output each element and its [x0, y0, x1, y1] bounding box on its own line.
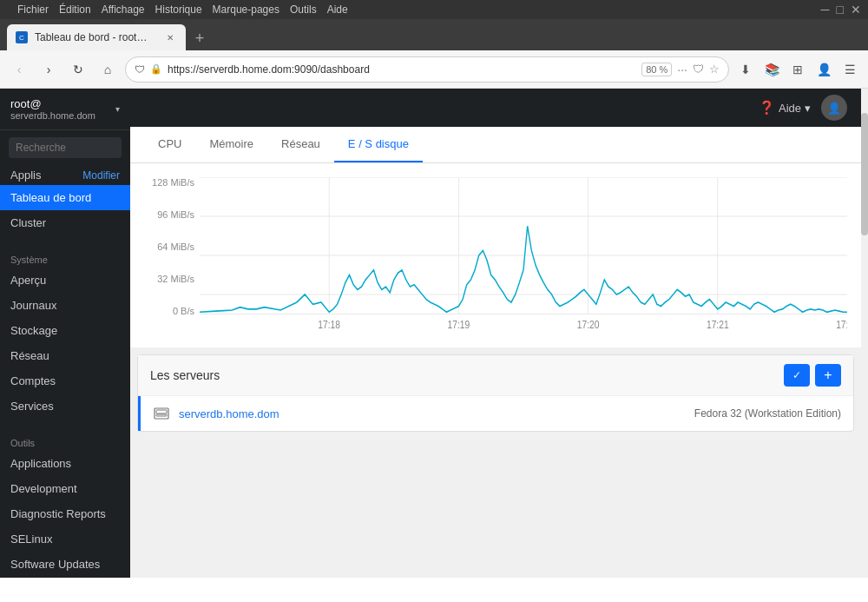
menu-bar: Fichier Édition Affichage Historique Mar…	[0, 0, 868, 19]
menu-historique[interactable]: Historique	[155, 3, 202, 16]
chart-svg: 17:18 17:19 17:20 17:21 17:22	[200, 177, 847, 334]
sidebar-item-label: Diagnostic Reports	[10, 507, 106, 520]
menu-edition[interactable]: Édition	[59, 3, 91, 16]
library-button[interactable]: 📚	[760, 58, 783, 81]
x-label-1720: 17:20	[577, 319, 600, 330]
sidebar-dropdown-icon[interactable]: ▾	[115, 104, 120, 114]
x-label-1721: 17:21	[707, 319, 729, 330]
search-input[interactable]	[9, 137, 122, 158]
scrollbar-thumb[interactable]	[861, 113, 868, 235]
sidebar-item-applications[interactable]: Applications	[0, 451, 130, 476]
help-button[interactable]: ❓ Aide ▾	[759, 100, 811, 116]
menu-aide[interactable]: Aide	[327, 3, 348, 16]
sidebar-item-comptes[interactable]: Comptes	[0, 368, 130, 394]
bookmark-icon[interactable]: ☆	[709, 63, 720, 76]
sidebar-item-diagnostic-reports[interactable]: Diagnostic Reports	[0, 501, 130, 526]
profile-button[interactable]: 👤	[812, 58, 835, 81]
y-label-0: 0 B/s	[144, 306, 198, 316]
tab-memoire[interactable]: Mémoire	[195, 127, 267, 162]
avatar-icon: 👤	[827, 102, 841, 115]
help-label: Aide	[779, 102, 801, 115]
browser-tab-active[interactable]: C Tableau de bord - root@server... ✕	[7, 24, 186, 50]
sidebar-item-label: Applications	[10, 457, 71, 470]
chart-container: 128 MiB/s 96 MiB/s 64 MiB/s 32 MiB/s 0 B…	[130, 163, 861, 347]
servers-section: Les serveurs ✓ +	[137, 354, 854, 432]
download-button[interactable]: ⬇	[734, 58, 757, 81]
minimize-button[interactable]: ─	[821, 3, 830, 17]
lock-icon: 🔒	[150, 63, 162, 75]
forward-icon: ›	[47, 63, 51, 76]
close-button[interactable]: ✕	[851, 3, 861, 17]
server-os: Fedora 32 (Workstation Edition)	[694, 407, 841, 420]
tab-reseau[interactable]: Réseau	[267, 127, 334, 162]
x-label-1718: 17:18	[318, 319, 340, 330]
tab-es-disque[interactable]: E / S disque	[334, 127, 423, 162]
menu-fichier[interactable]: Fichier	[17, 3, 49, 16]
sidebar-group-systeme: Système	[0, 249, 130, 268]
home-button[interactable]: ⌂	[95, 57, 120, 82]
sidebar-item-selinux[interactable]: SELinux	[0, 526, 130, 552]
sidebar-item-label: Development	[10, 482, 77, 495]
forward-button[interactable]: ›	[36, 57, 61, 82]
address-text: https://serverdb.home.dom:9090/dashboard	[168, 63, 636, 76]
new-tab-button[interactable]: +	[187, 26, 212, 50]
sidebar: root@ serverdb.home.dom ▾ Applis Modifie…	[0, 89, 130, 578]
menu-hamburger-button[interactable]: ☰	[838, 58, 861, 81]
sidebar-item-stockage[interactable]: Stockage	[0, 318, 130, 343]
back-button[interactable]: ‹	[7, 57, 31, 82]
content-area: ❓ Aide ▾ 👤 CPU Mémoire Réseau E / S disq…	[130, 89, 861, 578]
sidebar-item-label: Comptes	[10, 374, 56, 387]
address-bar[interactable]: 🛡 🔒 https://serverdb.home.dom:9090/dashb…	[125, 56, 729, 83]
tab-cpu[interactable]: CPU	[144, 127, 195, 162]
sidebar-item-label: Aperçu	[10, 274, 46, 287]
back-icon: ‹	[17, 63, 22, 76]
sidebar-item-apercu[interactable]: Aperçu	[0, 268, 130, 293]
menu-marque-pages[interactable]: Marque-pages	[213, 3, 279, 16]
server-hostname[interactable]: serverdb.home.dom	[179, 407, 686, 420]
security-icon: 🛡	[135, 63, 145, 76]
nav-icons: ⬇ 📚 ⊞ 👤 ☰	[734, 58, 861, 81]
apps-row: Applis Modifier	[0, 165, 130, 185]
home-icon: ⌂	[104, 63, 111, 76]
sidebar-item-label: SELinux	[10, 533, 52, 546]
menu-affichage[interactable]: Affichage	[102, 3, 145, 16]
reload-button[interactable]: ↻	[66, 57, 90, 82]
x-label-1722: 17:22	[836, 319, 847, 330]
help-dropdown-icon: ▾	[805, 102, 811, 115]
svg-rect-10	[156, 410, 167, 413]
server-row[interactable]: serverdb.home.dom Fedora 32 (Workstation…	[138, 396, 853, 431]
servers-add-button[interactable]: +	[815, 364, 841, 387]
servers-check-button[interactable]: ✓	[784, 364, 810, 387]
servers-header: Les serveurs ✓ +	[138, 355, 853, 396]
sidebar-item-label: Cluster	[10, 216, 46, 229]
sidebar-item-label: Stockage	[10, 324, 57, 337]
servers-actions: ✓ +	[784, 364, 841, 387]
menu-outils[interactable]: Outils	[290, 3, 317, 16]
sidebar-item-reseau[interactable]: Réseau	[0, 343, 130, 368]
modifier-button[interactable]: Modifier	[82, 169, 120, 182]
sidebar-group-outils: Outils	[0, 433, 130, 451]
sidebar-item-label: Journaux	[10, 299, 56, 312]
dots-menu-icon[interactable]: ···	[677, 63, 687, 76]
scrollbar-track[interactable]	[861, 89, 868, 578]
zoom-badge: 80 %	[641, 63, 672, 76]
sidebar-item-label: Réseau	[10, 349, 49, 362]
sidebar-item-tableau-de-bord[interactable]: Tableau de bord	[0, 185, 130, 210]
avatar[interactable]: 👤	[821, 95, 847, 121]
server-icon	[153, 405, 170, 422]
tab-bar: C Tableau de bord - root@server... ✕ +	[0, 19, 868, 50]
sidebar-domain: serverdb.home.dom	[10, 110, 95, 121]
maximize-button[interactable]: □	[837, 3, 844, 17]
sidebar-item-terminal[interactable]: Terminal	[0, 577, 130, 578]
sidebar-item-cluster[interactable]: Cluster	[0, 210, 130, 235]
sidebar-item-development[interactable]: Development	[0, 476, 130, 501]
plus-icon: +	[824, 367, 832, 383]
sidebar-item-services[interactable]: Services	[0, 394, 130, 419]
synced-tabs-button[interactable]: ⊞	[786, 58, 809, 81]
sidebar-header: root@ serverdb.home.dom ▾	[0, 89, 130, 130]
sidebar-item-journaux[interactable]: Journaux	[0, 293, 130, 318]
y-label-96: 96 MiB/s	[144, 209, 198, 220]
sidebar-search	[0, 130, 130, 165]
sidebar-item-software-updates[interactable]: Software Updates	[0, 552, 130, 577]
tab-close-button[interactable]: ✕	[163, 30, 177, 44]
